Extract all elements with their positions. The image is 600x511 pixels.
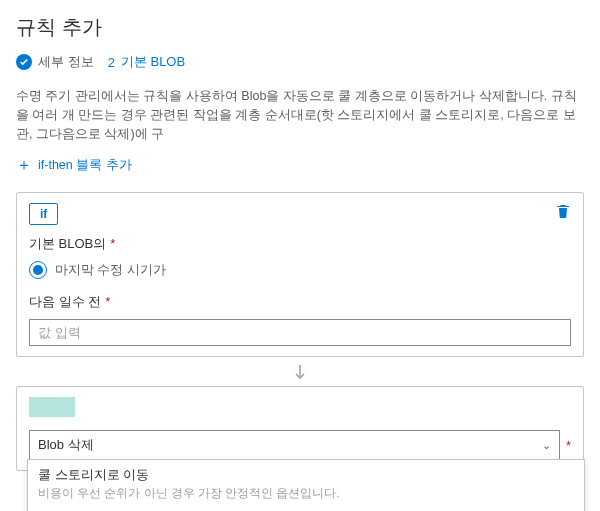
base-blob-label: 기본 BLOB의* [29, 235, 571, 253]
last-modified-radio[interactable]: 마지막 수정 시기가 [29, 261, 571, 279]
chevron-down-icon: ⌄ [542, 439, 551, 452]
page-title: 규칙 추가 [16, 14, 584, 41]
days-input[interactable] [29, 319, 571, 346]
steps-nav: 세부 정보 2 기본 BLOB [16, 53, 584, 71]
radio-label: 마지막 수정 시기가 [55, 262, 166, 279]
step-details[interactable]: 세부 정보 [16, 53, 94, 71]
add-block-label: if-then 블록 추가 [38, 157, 132, 174]
step-label: 기본 BLOB [121, 53, 185, 71]
plus-icon: ＋ [16, 155, 32, 176]
option-move-cool[interactable]: 쿨 스토리지로 이동 비용이 우선 순위가 아닌 경우 가장 안정적인 옵션입니… [28, 460, 584, 507]
option-desc: 비용이 우선 순위가 아닌 경우 가장 안정적인 옵션입니다. [38, 486, 574, 501]
radio-icon [29, 261, 47, 279]
action-dropdown-menu: 쿨 스토리지로 이동 비용이 우선 순위가 아닌 경우 가장 안정적인 옵션입니… [27, 459, 585, 511]
then-badge [29, 397, 75, 417]
required-indicator: * [566, 438, 571, 453]
then-card: Blob 삭제 ⌄ * 쿨 스토리지로 이동 비용이 우선 순위가 아닌 경우 … [16, 386, 584, 471]
option-title: 쿨 스토리지로 이동 [38, 466, 574, 484]
step-label: 세부 정보 [38, 53, 94, 71]
option-move-archive[interactable]: 보관 스토리지로 이동 Archive Storage에서 Blob이 완전히 … [28, 507, 584, 511]
if-card: if 기본 BLOB의* 마지막 수정 시기가 다음 일수 전* [16, 192, 584, 357]
check-icon [16, 54, 32, 70]
rule-description: 수명 주기 관리에서는 규칙을 사용하여 Blob을 자동으로 쿨 계층으로 이… [0, 79, 600, 147]
connector-arrow-icon [0, 365, 600, 384]
days-ago-label: 다음 일수 전* [29, 293, 571, 311]
step-base-blob[interactable]: 2 기본 BLOB [108, 53, 186, 71]
action-dropdown[interactable]: Blob 삭제 ⌄ [29, 430, 560, 460]
delete-icon[interactable] [555, 203, 571, 219]
step-number: 2 [108, 55, 115, 70]
add-if-then-block-button[interactable]: ＋ if-then 블록 추가 [0, 147, 600, 184]
dropdown-selected: Blob 삭제 [38, 436, 94, 454]
if-badge: if [29, 203, 58, 225]
